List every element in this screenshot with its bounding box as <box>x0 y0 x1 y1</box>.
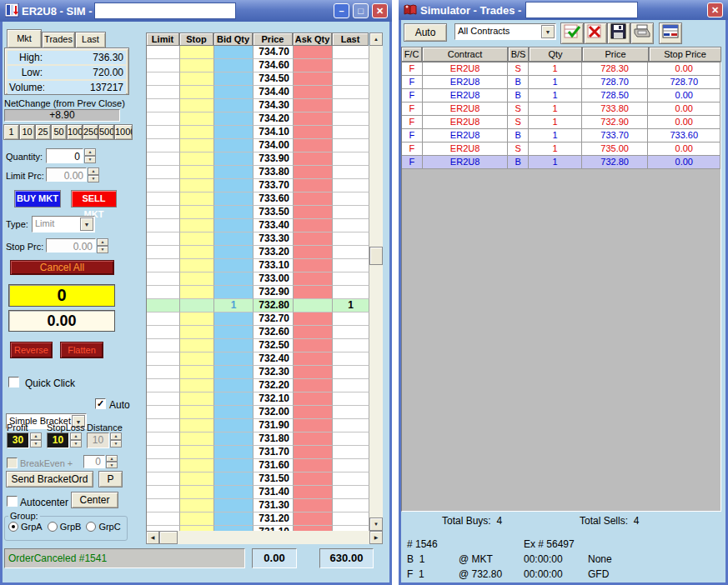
scroll-up-icon[interactable]: ▲ <box>369 32 383 46</box>
quantity-up-icon[interactable]: ▲ <box>84 148 96 156</box>
ladder-cell-limit[interactable] <box>147 286 180 299</box>
ladder-cell-bid[interactable] <box>214 152 254 166</box>
ladder-cell-bid[interactable] <box>214 312 254 326</box>
ladder-cell-bid[interactable] <box>214 419 254 432</box>
ladder-cell-bid[interactable] <box>214 179 254 192</box>
ladder-cell-bid[interactable] <box>214 366 254 379</box>
flatten-button[interactable]: Flatten <box>60 342 103 358</box>
minimize-button[interactable]: – <box>334 3 349 18</box>
ladder-cell-stop[interactable] <box>180 166 214 179</box>
cancel-all-button[interactable]: Cancel All <box>10 260 114 275</box>
ladder-cell-bid[interactable] <box>214 392 254 406</box>
ladder-cell-limit[interactable] <box>147 246 180 259</box>
ladder-cell-limit[interactable] <box>147 192 180 206</box>
ladder-cell-limit[interactable] <box>147 326 180 339</box>
maximize-button[interactable]: □ <box>353 3 369 18</box>
p-button[interactable]: P <box>98 471 123 488</box>
ladder-cell-bid[interactable] <box>214 352 254 366</box>
qty-preset-50[interactable]: 50 <box>51 124 67 140</box>
ladder-cell-bid[interactable] <box>214 139 254 152</box>
ladder-cell-bid[interactable]: 1 <box>214 299 254 312</box>
reverse-button[interactable]: Reverse <box>10 342 53 358</box>
ladder-cell-ask[interactable] <box>294 59 333 72</box>
ladder-cell-ask[interactable] <box>294 326 333 339</box>
ladder-cell-bid[interactable] <box>214 446 254 459</box>
profit-stepper[interactable]: ▲ ▼ <box>30 432 42 448</box>
ladder-cell-stop[interactable] <box>180 326 214 339</box>
ladder-cell-stop[interactable] <box>180 139 214 152</box>
ladder-cell-limit[interactable] <box>147 206 180 219</box>
vscroll-thumb[interactable] <box>369 247 383 265</box>
quick-click-checkbox[interactable] <box>8 377 19 388</box>
ladder-cell-stop[interactable] <box>180 432 214 446</box>
ladder-cell-bid[interactable] <box>214 166 254 179</box>
stoploss-down-icon[interactable]: ▼ <box>70 440 82 448</box>
ladder-cell-bid[interactable] <box>214 326 254 339</box>
ladder-cell-ask[interactable] <box>294 246 333 259</box>
ladder-cell-bid[interactable] <box>214 72 254 86</box>
ladder-cell-stop[interactable] <box>180 99 214 112</box>
ladder-cell-bid[interactable] <box>214 272 254 286</box>
ladder-cell-ask[interactable] <box>294 46 333 59</box>
send-bracket-button[interactable]: Send BracketOrd <box>6 471 93 488</box>
ladder-cell-ask[interactable] <box>294 232 333 246</box>
qty-preset-10[interactable]: 10 <box>19 124 35 140</box>
ladder-cell-bid[interactable] <box>214 192 254 206</box>
ladder-cell-limit[interactable] <box>147 232 180 246</box>
ladder-cell-ask[interactable] <box>294 432 333 446</box>
ladder-cell-stop[interactable] <box>180 379 214 392</box>
auto-checkbox[interactable]: ✓ <box>95 398 106 409</box>
ladder-cell-stop[interactable] <box>180 259 214 272</box>
ladder-cell-bid[interactable] <box>214 472 254 486</box>
ladder-cell-limit[interactable] <box>147 86 180 99</box>
ladder-cell-stop[interactable] <box>180 86 214 99</box>
ladder-cell-stop[interactable] <box>180 46 214 59</box>
ladder-cell-stop[interactable] <box>180 179 214 192</box>
ladder-cell-bid[interactable] <box>214 232 254 246</box>
ladder-cell-ask[interactable] <box>294 139 333 152</box>
ladder-cell-ask[interactable] <box>294 352 333 366</box>
qty-preset-1[interactable]: 1 <box>3 124 19 140</box>
profit-down-icon[interactable]: ▼ <box>30 440 42 448</box>
qty-preset-250[interactable]: 250 <box>83 124 98 140</box>
ladder-cell-ask[interactable] <box>294 446 333 459</box>
ladder-cell-stop[interactable] <box>180 419 214 432</box>
ladder-cell-stop[interactable] <box>180 339 214 352</box>
ladder-cell-bid[interactable] <box>214 99 254 112</box>
ladder-cell-stop[interactable] <box>180 459 214 472</box>
ladder-cell-ask[interactable] <box>294 86 333 99</box>
ladder-cell-stop[interactable] <box>180 472 214 486</box>
ladder-cell-bid[interactable] <box>214 86 254 99</box>
quantity-input[interactable]: 0 <box>46 148 83 163</box>
ladder-vscrollbar[interactable]: ▲ ▼ <box>369 32 383 531</box>
qty-preset-500[interactable]: 500 <box>98 124 114 140</box>
close-icon[interactable]: ✕ <box>372 3 388 18</box>
ladder-cell-limit[interactable] <box>147 392 180 406</box>
ladder-cell-ask[interactable] <box>294 286 333 299</box>
ladder-cell-ask[interactable] <box>294 499 333 512</box>
stoploss-input[interactable]: 10 <box>47 432 69 448</box>
ladder-cell-stop[interactable] <box>180 312 214 326</box>
profit-input[interactable]: 30 <box>7 432 29 448</box>
ladder-cell-limit[interactable] <box>147 472 180 486</box>
ladder-cell-stop[interactable] <box>180 299 214 312</box>
tab-trades[interactable]: Trades <box>42 32 75 48</box>
ladder-cell-limit[interactable] <box>147 459 180 472</box>
radio-grpa[interactable] <box>8 522 18 532</box>
ladder-cell-stop[interactable] <box>180 246 214 259</box>
ladder-cell-limit[interactable] <box>147 46 180 59</box>
close-icon[interactable]: ✕ <box>707 2 723 18</box>
ladder-cell-bid[interactable] <box>214 406 254 419</box>
ladder-cell-limit[interactable] <box>147 312 180 326</box>
ladder-cell-stop[interactable] <box>180 366 214 379</box>
ladder-hscrollbar[interactable]: ◀ ▶ <box>146 531 383 544</box>
ladder-cell-limit[interactable] <box>147 339 180 352</box>
ladder-cell-ask[interactable] <box>294 179 333 192</box>
ladder-cell-stop[interactable] <box>180 272 214 286</box>
buy-mkt-button[interactable]: BUY MKT <box>14 190 61 208</box>
ladder-cell-bid[interactable] <box>214 219 254 232</box>
ladder-cell-limit[interactable] <box>147 432 180 446</box>
ladder-cell-stop[interactable] <box>180 352 214 366</box>
ladder-cell-ask[interactable] <box>294 206 333 219</box>
quantity-down-icon[interactable]: ▼ <box>84 156 96 163</box>
